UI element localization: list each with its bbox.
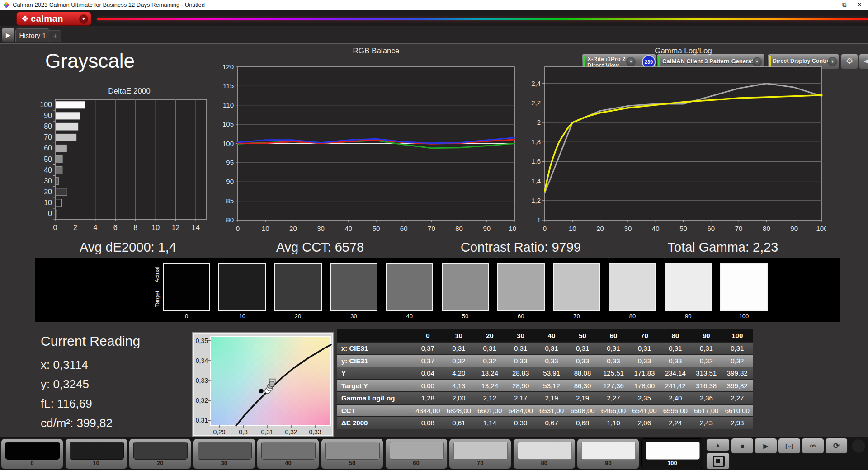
svg-text:70: 70 [428,225,435,232]
panel-up-button[interactable]: ▲ [706,438,730,451]
table-cell: 4,13 [443,380,474,392]
table-row: Gamma Log/Log1,282,002,122,172,192,192,2… [337,392,753,404]
svg-text:Gamma Log/Log: Gamma Log/Log [655,47,712,55]
pattern-button-30[interactable]: 30 [193,438,255,469]
pattern-button-60[interactable]: 60 [385,438,448,469]
stop-button[interactable]: ■ [731,438,754,454]
target-row-label: Target [154,286,160,313]
svg-text:2: 2 [73,224,77,231]
settings-gear-icon[interactable]: ⚙ [841,54,858,69]
svg-text:4: 4 [93,224,97,231]
stat-avg-de2000: Avg dE2000: 1,4 [80,238,176,257]
table-cell: 6466,00 [598,404,629,417]
table-cell: 1,28 [412,392,443,404]
collapse-panel-icon[interactable]: ◀ [859,54,868,69]
table-row: x: CIE310,370,310,310,310,310,310,310,31… [337,342,753,355]
play-button[interactable]: ▶ [755,438,777,454]
table-row: y: CIE310,370,320,320,330,330,330,330,33… [337,355,753,367]
chevron-down-icon[interactable]: ▼ [79,14,88,24]
minimize-button[interactable]: – [821,0,836,10]
table-cell: 4,20 [443,367,474,380]
svg-text:2,4: 2,4 [531,80,541,87]
tab-scroll-button[interactable]: ▶ [1,28,15,42]
svg-text:0,31: 0,31 [261,428,273,436]
svg-text:0: 0 [236,225,240,232]
rgb-balance-chart: RGB Balance80859095100105110115120010203… [216,45,516,235]
chevron-down-icon[interactable]: ▼ [828,57,837,66]
table-row: CCT4344,006828,006601,006484,006531,0065… [337,404,753,417]
svg-text:0,33: 0,33 [196,377,208,384]
pattern-button-40[interactable]: 40 [257,438,319,469]
table-cell: 0,30 [505,417,536,429]
grayscale-swatch-10 [218,263,266,311]
grayscale-swatch-40 [386,263,433,311]
pattern-button-20[interactable]: 20 [129,438,191,469]
calman-app-icon [3,2,9,8]
table-cell: 1,10 [598,417,629,429]
pattern-button-label: 20 [129,460,191,466]
calman-menu-button[interactable]: ❖ calman ▼ [16,12,91,26]
loop-button[interactable]: ⟳ [825,438,848,454]
app-header: ❖ calman ▼ [0,10,868,26]
table-cell: 28,83 [505,367,536,380]
row-label: Gamma Log/Log [337,392,412,404]
pattern-button-label: 50 [321,460,383,466]
pattern-button-50[interactable]: 50 [321,438,383,469]
svg-text:0,33: 0,33 [309,428,321,436]
pattern-button-80[interactable]: 80 [513,438,576,469]
reading-x: x: 0,3114 [41,355,140,375]
table-header: 20 [474,329,505,342]
pattern-button-100[interactable]: 100 [641,438,703,469]
table-cell: 28,90 [505,380,536,392]
table-cell: 2,27 [598,392,629,404]
grayscale-swatch-70 [553,263,600,311]
svg-text:70: 70 [735,225,743,232]
pattern-button-70[interactable]: 70 [449,438,511,469]
svg-text:50: 50 [373,225,380,232]
table-cell: 0,33 [567,355,598,367]
range-button[interactable]: [··] [778,438,801,454]
pattern-color-patch [70,442,124,460]
svg-text:0,32: 0,32 [196,397,208,404]
svg-text:80: 80 [763,225,770,232]
svg-text:80: 80 [226,216,234,224]
svg-text:1: 1 [537,216,541,224]
calman-diamond-icon: ❖ [21,14,29,24]
table-cell: 6617,00 [691,404,722,417]
svg-text:40: 40 [344,225,352,232]
pattern-button-10[interactable]: 10 [65,438,127,469]
table-cell: 2,35 [629,392,660,404]
continuous-button[interactable]: ∞ [802,438,824,454]
table-cell: 0,32 [443,355,474,367]
restore-button[interactable]: ⧉ [837,0,852,10]
svg-text:60: 60 [707,225,715,232]
add-tab-button[interactable]: + [49,30,61,42]
close-button[interactable]: ✕ [852,0,867,10]
svg-text:1,4: 1,4 [531,177,541,185]
table-cell: 313,51 [691,367,722,380]
pattern-selection-bar: 0102030405060708090100 ▲ ■ ▶ [··] ∞ ⟳ « … [0,437,868,470]
pattern-button-90[interactable]: 90 [577,438,639,469]
svg-text:1,8: 1,8 [531,138,541,146]
pattern-button-label: 60 [386,460,447,466]
table-cell: 2,24 [660,417,691,429]
title-bar: Calman 2023 Calman Ultimate for Business… [0,0,868,10]
table-cell: 2,40 [660,392,691,404]
deltae-bar-10 [56,199,62,207]
svg-text:90: 90 [790,225,798,232]
svg-text:100: 100 [40,101,52,108]
table-cell: 1,14 [474,417,505,429]
table-cell: 0,37 [412,342,443,355]
deltae-2000-chart: DeltaE 200002468101214010203040506070809… [40,72,212,231]
grayscale-swatch-30 [330,263,377,311]
svg-text:RGB Balance: RGB Balance [353,47,400,55]
svg-text:8: 8 [133,224,137,231]
svg-text:2,2: 2,2 [531,99,541,107]
window-pattern-button[interactable] [706,452,730,470]
pattern-color-patch [326,442,380,460]
pattern-button-label: 100 [642,460,703,466]
tab-history-1[interactable]: History 1 [15,28,50,42]
table-header: 0 [412,329,443,342]
pattern-button-0[interactable]: 0 [1,438,63,469]
table-cell: 53,91 [536,367,567,380]
